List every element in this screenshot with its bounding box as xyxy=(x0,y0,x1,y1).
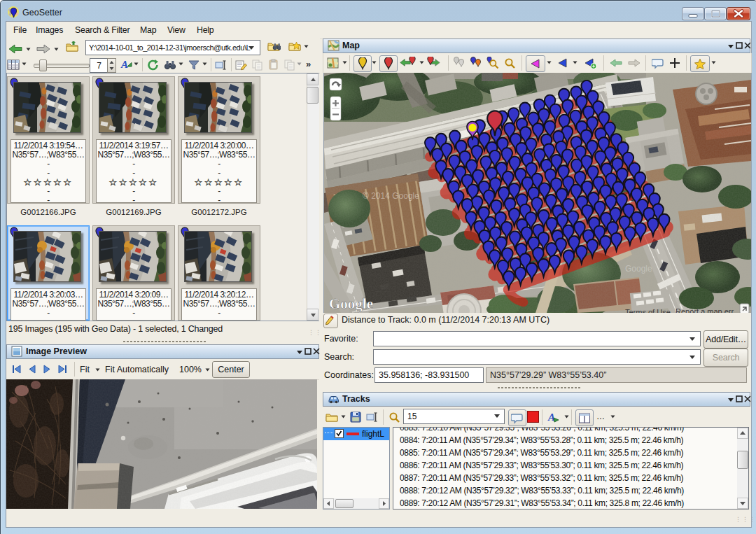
svg-text:Google: Google xyxy=(329,295,373,312)
svg-text:© 2014 Google: © 2014 Google xyxy=(363,191,419,201)
svg-text:Google: Google xyxy=(625,264,652,274)
svg-text:A: A xyxy=(120,59,128,70)
svg-text:Report a map err: Report a map err xyxy=(676,307,734,313)
svg-text:Terms of Use: Terms of Use xyxy=(625,308,671,313)
